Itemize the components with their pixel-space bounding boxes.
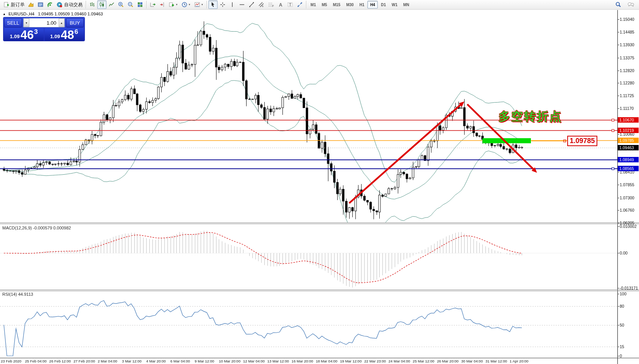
horizontal-line-button[interactable] [237,0,247,9]
search-button[interactable] [614,0,623,9]
cursor-button[interactable] [208,0,218,9]
collapse-icon[interactable]: ▲ [3,12,6,16]
chart-canvas[interactable] [0,0,639,364]
auto-trading-button[interactable]: 自动交易 [55,0,84,9]
navigator-icon [47,2,53,8]
chevron-down-icon[interactable]: ▼ [188,3,191,6]
pane-splitter-rsi[interactable] [0,289,639,291]
channel-icon: E [258,2,264,8]
fibonacci-icon: F [268,2,274,8]
line-chart-icon [108,2,115,8]
bar-chart-icon [89,2,95,8]
chat-icon [627,2,634,8]
zoom-in-icon [118,2,124,8]
sell-button[interactable]: SELL [4,18,22,27]
text-button[interactable]: A [276,0,285,9]
toolbar-separator [86,1,86,8]
sell-price-display[interactable]: 1.09 46 3 [4,28,44,41]
data-window-button[interactable] [36,0,45,9]
navigator-button[interactable] [46,0,55,9]
chart-shift-icon [159,2,166,8]
indicators-button[interactable]: ▼ [167,0,179,9]
toolbar-separator [306,1,306,8]
buy-button[interactable]: BUY [66,18,84,27]
market-watch-button[interactable] [26,0,36,9]
volume-decrease-button[interactable]: ▼ [24,19,29,27]
volume-input[interactable]: 1.00 [29,19,59,27]
trendline-button[interactable] [247,0,256,9]
label-button[interactable]: T [286,0,295,9]
timeframe-w1-button[interactable]: W1 [389,1,400,8]
price-callout-box: 1.09785 [567,136,597,146]
svg-text:E: E [262,5,264,7]
svg-text:A: A [279,2,282,8]
zoom-out-icon [127,2,134,8]
chevron-down-icon[interactable]: ▼ [176,3,178,6]
cursor-icon [210,2,216,8]
templates-icon [194,2,200,8]
volume-stepper: ▼ 1.00 ▲ [23,18,65,27]
vertical-line-icon [229,2,235,8]
periods-icon [181,2,188,8]
bar-chart-button[interactable] [88,0,97,9]
zoom-out-button[interactable] [126,0,135,9]
market-watch-icon [28,2,34,8]
crosshair-button[interactable] [218,0,227,9]
timeframe-m30-button[interactable]: M30 [343,1,356,8]
text-icon: A [277,2,284,8]
horizontal-line-icon [239,2,245,8]
new-order-icon [3,2,9,8]
sell-price-main: 46 [20,29,34,40]
arrows-button[interactable] [295,0,304,9]
auto-trading-icon [56,2,63,8]
auto-scroll-icon [150,2,156,8]
templates-button[interactable]: ▼ [193,0,205,9]
buy-price-display[interactable]: 1.09 48 6 [45,28,84,41]
timeframe-m15-button[interactable]: M15 [330,1,343,8]
new-order-label: 新订单 [11,2,25,8]
chart-title-ohlc: 1.09495 1.09509 1.09460 1.09463 [38,12,103,16]
tile-windows-button[interactable] [135,0,145,9]
data-window-icon [37,2,44,8]
timeframe-m1-button[interactable]: M1 [308,1,319,8]
zoom-in-button[interactable] [116,0,125,9]
channel-button[interactable]: E [257,0,266,9]
trendline-icon [248,2,255,8]
label-icon: T [287,2,293,8]
buy-price-fraction: 6 [74,28,78,36]
chat-button[interactable] [626,0,636,9]
timeframe-d1-button[interactable]: D1 [378,1,389,8]
candlestick-button[interactable] [97,0,106,9]
fibonacci-button[interactable]: F [266,0,276,9]
timeframe-mn-button[interactable]: MN [401,1,412,8]
turning-point-annotation: 多空转折点 [499,109,562,125]
svg-text:T: T [289,2,292,7]
timeframe-m5-button[interactable]: M5 [319,1,330,8]
tile-windows-icon [137,2,143,8]
new-order-button[interactable]: 新订单 [2,0,26,9]
volume-increase-button[interactable]: ▲ [59,19,64,27]
auto-trading-label: 自动交易 [64,2,83,8]
timeframe-h1-button[interactable]: H1 [357,1,367,8]
chart-title: ▲ EURUSD-,H4 1.09495 1.09509 1.09460 1.0… [3,12,103,16]
toolbar: 新订单 自动交易 ▼▼▼ EFAT M1M5M15M30H1H4D1W1MN [0,0,639,10]
pane-splitter-macd[interactable] [0,222,639,224]
sell-price-prefix: 1.09 [10,34,20,39]
periods-button[interactable]: ▼ [180,0,192,9]
buy-price-main: 48 [61,29,74,40]
crosshair-icon [220,2,226,8]
toolbar-separator [146,1,147,8]
buy-price-prefix: 1.09 [50,34,60,39]
vertical-line-button[interactable] [228,0,237,9]
timeframe-h4-button[interactable]: H4 [367,1,378,8]
sell-price-fraction: 3 [34,28,37,36]
chart-shift-button[interactable] [158,0,167,9]
candlestick-icon [99,2,105,8]
auto-scroll-button[interactable] [148,0,157,9]
indicators-icon [169,2,175,8]
chevron-down-icon[interactable]: ▼ [201,3,203,6]
line-chart-button[interactable] [107,0,116,9]
arrows-icon [297,2,303,8]
one-click-trading-panel: SELL ▼ 1.00 ▲ BUY 1.09 46 3 1.09 48 6 [3,17,85,41]
toolbar-separator [206,1,207,8]
